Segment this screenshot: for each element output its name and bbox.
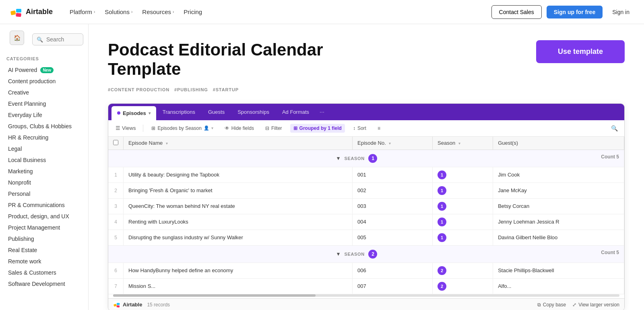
episode-no-cell: 002 [353, 183, 433, 198]
svg-rect-3 [16, 13, 21, 17]
nav-platform[interactable]: Platform › [66, 6, 99, 18]
episode-name-col-header[interactable]: Episode Name ▾ [124, 137, 353, 150]
contact-sales-button[interactable]: Contact Sales [491, 5, 542, 19]
season1-expand-icon[interactable]: ▾ [337, 155, 340, 161]
tab-sponsorships[interactable]: Sponsorships [231, 104, 276, 120]
sidebar-item-label: Nonprofit [8, 179, 31, 186]
view-larger-button[interactable]: ⤢ View larger version [572, 302, 619, 308]
views-label: Views [122, 125, 136, 131]
nav-pricing[interactable]: Pricing [180, 6, 206, 18]
sidebar-item-label: Publishing [8, 236, 34, 242]
table-row: 1 Utility & beauty: Designing the Tapboo… [108, 167, 624, 183]
sidebar-item-real-estate[interactable]: Real Estate [2, 244, 87, 256]
sidebar-item-publishing[interactable]: Publishing [2, 233, 87, 244]
expand-icon: ⤢ [572, 302, 576, 308]
sidebar-item-groups-clubs[interactable]: Groups, Clubs & Hobbies [2, 121, 87, 132]
search-box[interactable]: 🔍 [32, 33, 83, 45]
sidebar-item-pr-communications[interactable]: PR & Communications [2, 199, 87, 211]
filter-button[interactable]: ⊟ Filter [262, 124, 285, 133]
season-cell: 2 [433, 278, 493, 294]
row-num-5: 5 [114, 235, 117, 240]
season1-count: Count 5 [601, 154, 619, 160]
svg-rect-7 [117, 305, 120, 308]
tab-episodes-label: Episodes [123, 110, 146, 116]
home-button[interactable]: 🏠 [10, 31, 24, 45]
sidebar-item-nonprofit[interactable]: Nonprofit [2, 177, 87, 188]
nav-resources[interactable]: Resources › [138, 6, 178, 18]
sidebar-item-label: Product, design, and UX [8, 213, 69, 220]
row-num-7: 7 [114, 283, 117, 289]
sidebar-item-legal[interactable]: Legal [2, 143, 87, 154]
sidebar-item-marketing[interactable]: Marketing [2, 166, 87, 177]
template-title: Podcast Editorial Calendar Template [108, 40, 333, 79]
logo[interactable]: Airtable [10, 6, 53, 18]
sidebar-item-ai-powered[interactable]: AI Powered New [2, 64, 87, 76]
select-all-checkbox[interactable] [113, 140, 118, 145]
copy-base-button[interactable]: ⧉ Copy base [537, 302, 566, 308]
tab-episodes[interactable]: Episodes ▾ [111, 106, 156, 120]
episode-no-col-header[interactable]: Episode No. ▾ [353, 137, 433, 150]
season-tag-1: 1 [438, 170, 446, 179]
season-tag-2: 1 [438, 186, 446, 195]
episode-no-sort-icon: ▾ [389, 141, 391, 146]
scroll-thumb[interactable] [113, 294, 316, 297]
episodes-chevron-icon: ▾ [211, 126, 213, 130]
sidebar-item-project-management[interactable]: Project Management [2, 222, 87, 233]
season-col-header[interactable]: Season ▾ [433, 137, 493, 150]
main-content: Podcast Editorial Calendar Template Use … [89, 24, 644, 310]
use-template-button[interactable]: Use template [536, 40, 625, 63]
checkbox-col-header[interactable] [108, 137, 124, 150]
tab-dot-icon [117, 111, 120, 115]
sidebar-top-row: 🏠 🔍 [5, 31, 83, 48]
signin-button[interactable]: Sign in [607, 6, 634, 18]
sidebar-item-creative[interactable]: Creative [2, 87, 87, 98]
season-cell: 1 [433, 167, 493, 183]
sidebar-item-local-business[interactable]: Local Business [2, 154, 87, 166]
sidebar-item-content-production[interactable]: Content production [2, 76, 87, 87]
filter-label: Filter [271, 125, 282, 131]
sidebar: 🏠 🔍 CATEGORIES AI Powered New Content pr… [0, 24, 89, 310]
tab-transcriptions[interactable]: Transcriptions [156, 104, 202, 120]
episodes-by-season-button[interactable]: ⊞ Episodes by Season 👤 ▾ [148, 124, 216, 133]
search-toolbar-button[interactable]: 🔍 [609, 123, 619, 133]
season-cell: 1 [433, 183, 493, 198]
signup-button[interactable]: Sign up for free [547, 6, 603, 18]
tab-ad-formats[interactable]: Ad Formats [276, 104, 316, 120]
episodes-table: Episode Name ▾ Episode No. ▾ Season ▾ [108, 137, 624, 294]
nav-solutions[interactable]: Solutions › [101, 6, 136, 18]
table-row: 6 How HandyBunny helped define an econom… [108, 263, 624, 278]
filter-icon: ⊟ [265, 125, 269, 131]
sidebar-item-everyday-life[interactable]: Everyday Life [2, 109, 87, 121]
episode-name-cell: Bringing 'Fresh & Organic' to market [124, 183, 353, 198]
guests-col-header[interactable]: Guest(s) [493, 137, 624, 150]
sidebar-item-hr-recruiting[interactable]: HR & Recruiting [2, 132, 87, 143]
grouped-by-button[interactable]: ⊞ Grouped by 1 field [290, 124, 345, 133]
episodes-by-season-label: Episodes by Season [157, 125, 201, 131]
sidebar-item-sales-customers[interactable]: Sales & Customers [2, 267, 87, 278]
nav-actions: Contact Sales Sign up for free Sign in [491, 5, 634, 19]
sidebar-item-event-planning[interactable]: Event Planning [2, 98, 87, 109]
views-button[interactable]: ☰ Views [113, 123, 138, 133]
sidebar-item-personal[interactable]: Personal [2, 188, 87, 199]
sidebar-item-remote-work[interactable]: Remote work [2, 256, 87, 267]
row-height-button[interactable]: ≡ [374, 124, 384, 133]
toolbar: ☰ Views ⊞ Episodes by Season 👤 ▾ 👁 Hide … [108, 120, 624, 137]
season2-badge: 2 [368, 250, 377, 259]
season2-expand-icon[interactable]: ▾ [337, 251, 340, 257]
sidebar-item-software-dev[interactable]: Software Development [2, 278, 87, 289]
season1-group-label: SEASON [344, 156, 364, 161]
records-label: 15 records [147, 302, 170, 308]
season-sort-icon: ▾ [458, 141, 460, 146]
sidebar-item-product-design[interactable]: Product, design, and UX [2, 211, 87, 222]
tab-more-icon[interactable]: ··· [316, 104, 328, 120]
hide-fields-button[interactable]: 👁 Hide fields [221, 124, 257, 133]
sort-button[interactable]: ↕ Sort [350, 124, 369, 133]
episode-name-cell: QueenCity: The woman behind NY real esta… [124, 198, 353, 214]
search-input[interactable] [46, 36, 79, 43]
sidebar-item-label: AI Powered [8, 67, 37, 73]
sidebar-item-label: Groups, Clubs & Hobbies [8, 123, 72, 129]
tab-guests[interactable]: Guests [202, 104, 231, 120]
horizontal-scrollbar[interactable] [113, 294, 619, 297]
season2-group-row: ▾ SEASON 2 Count 5 [108, 245, 624, 263]
toolbar-right: 🔍 [609, 123, 619, 133]
